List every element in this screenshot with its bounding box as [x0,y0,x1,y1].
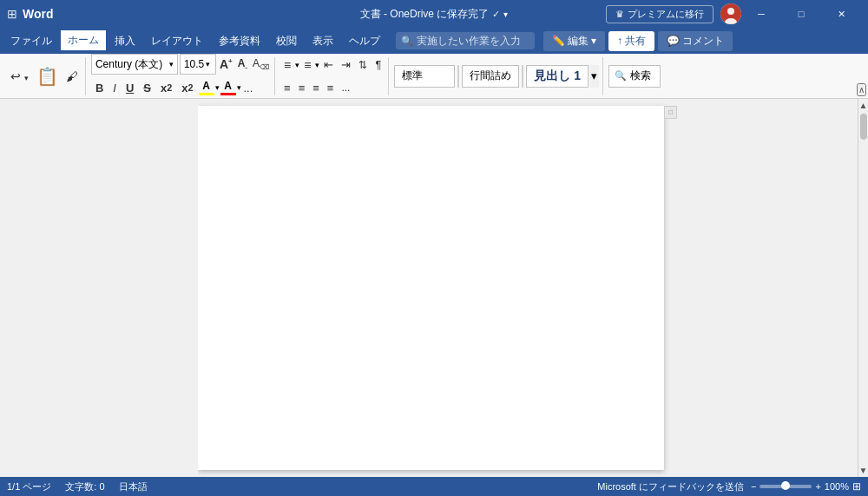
premium-button[interactable]: ♛ プレミアムに移行 [606,5,713,23]
font-size-value: 10.5 [184,58,204,70]
font-shrink-button[interactable]: A- [236,55,249,73]
clipboard-icon: 📋 [36,67,58,86]
font-size-selector[interactable]: 10.5 ▾ [180,54,216,75]
decrease-indent-button[interactable]: ⇤ [320,55,337,75]
status-left: 1/1 ページ 文字数: 0 日本語 [7,480,148,493]
zoom-slider[interactable] [760,485,812,488]
grid-icon: ⊞ [7,7,17,21]
close-button[interactable]: ✕ [821,0,861,28]
zoom-thumb [781,481,790,490]
vertical-scrollbar[interactable]: ▲ ▼ [858,99,868,477]
share-label: 共有 [625,34,646,49]
menu-file[interactable]: ファイル [3,31,59,51]
align-left-button[interactable]: ≡ [280,78,294,98]
tell-me-input[interactable] [396,32,535,49]
font-name-selector[interactable]: Century (本文) ▾ [91,54,178,75]
highlight-chevron[interactable]: ▾ [215,83,220,92]
share-button[interactable]: ↑ 共有 [608,31,654,51]
numbering-chevron[interactable]: ▾ [315,61,319,69]
menu-view[interactable]: 表示 [306,31,340,51]
status-bar: 1/1 ページ 文字数: 0 日本語 Microsoft にフィードバックを送信… [0,477,868,496]
tell-me-icon: 🔍 [401,36,413,47]
font-name-value: Century (本文) [95,57,162,72]
scroll-down-button[interactable]: ▼ [858,464,868,477]
subscript-button[interactable]: x2 [156,77,176,98]
scroll-thumb[interactable] [860,114,867,140]
search-field[interactable]: 🔍 検索 [608,65,661,88]
format-painter-icon: 🖌 [66,69,78,83]
align-center-button[interactable]: ≡ [295,78,309,98]
bullets-chevron[interactable]: ▾ [295,61,299,69]
search-group: 🔍 検索 [605,57,664,95]
page-container: □ [198,99,858,477]
format-painter-button[interactable]: 🖌 [62,66,82,87]
document-title-area: 文書 - OneDrive に保存完了 ✓ ▾ [360,7,509,22]
increase-indent-button[interactable]: ⇥ [338,55,354,75]
underline-button[interactable]: U [122,77,138,98]
share-icon: ↑ [617,35,622,47]
menu-layout[interactable]: レイアウト [144,31,210,51]
svg-point-1 [727,8,734,15]
edit-label: 編集 [568,34,589,49]
show-marks-button[interactable]: ¶ [372,55,385,75]
menu-references[interactable]: 参考資料 [212,31,267,51]
style-normal-selector[interactable]: 標準 [394,65,455,88]
clipboard-button[interactable]: 📋 [33,62,62,90]
bullets-button[interactable]: ≡ [280,55,294,75]
feedback-label[interactable]: Microsoft にフィードバックを送信 [597,480,744,493]
clear-format-button[interactable]: A⌫ [251,55,271,73]
comment-button[interactable]: 💬 コメント [658,31,733,51]
document-area: □ ▲ ▼ [0,99,868,477]
menu-help[interactable]: ヘルプ [342,31,387,51]
premium-label: プレミアムに移行 [628,8,704,21]
highlight-button[interactable]: A [199,80,214,95]
zoom-minus-icon[interactable]: − [751,481,756,492]
more-font-button[interactable]: ... [242,80,255,96]
search-icon-ribbon: 🔍 [615,70,627,82]
user-avatar[interactable] [720,3,741,24]
minimize-button[interactable]: ─ [741,0,781,28]
document-title: 文書 - OneDrive に保存完了 [360,7,490,22]
superscript-button[interactable]: x2 [177,77,197,98]
bold-button[interactable]: B [91,77,108,98]
zoom-fit-icon[interactable]: ⊞ [852,480,861,493]
clipboard-group: ↩ ▾ 📋 🖌 [3,57,86,95]
font-name-chevron: ▾ [169,60,174,69]
menu-insert[interactable]: 挿入 [108,31,142,51]
undo-arrow: ▾ [24,74,29,82]
comment-icon: 💬 [667,35,680,47]
edit-button[interactable]: ✏️ 編集 ▾ [543,31,605,51]
more-para-button[interactable]: ... [338,78,353,97]
scroll-up-button[interactable]: ▲ [858,99,868,112]
ribbon: ↩ ▾ 📋 🖌 Century (本文) ▾ 10.5 ▾ A+ [0,54,868,99]
font-grow-button[interactable]: A+ [218,55,234,73]
ribbon-collapse-button[interactable]: ∧ [857,83,866,96]
justify-button[interactable]: ≡ [324,78,338,98]
undo-button[interactable]: ↩ ▾ [7,66,32,87]
line-spacing-selector[interactable]: 行間詰め [462,65,519,88]
comment-label: コメント [682,34,724,49]
left-margin [0,99,198,477]
zoom-plus-icon[interactable]: + [815,481,820,492]
sort-button[interactable]: ⇅ [355,55,371,75]
numbering-button[interactable]: ≡ [300,55,314,75]
undo-redo-group: ↩ ▾ 📋 [7,62,62,90]
undo-icon: ↩ [10,69,21,83]
avatar-icon [720,3,741,24]
menu-bar: ファイル ホーム 挿入 レイアウト 参考資料 校閲 表示 ヘルプ 🔍 ✏️ 編集… [0,28,868,54]
italic-button[interactable]: I [108,77,121,98]
heading1-selector[interactable]: 見出し 1 [526,65,589,88]
menu-home[interactable]: ホーム [61,30,106,52]
menu-review[interactable]: 校閲 [269,31,304,51]
app-name: Word [23,7,54,21]
restore-button[interactable]: □ [781,0,821,28]
title-chevron[interactable]: ▾ [503,10,508,19]
document-page[interactable] [198,106,664,470]
font-color-chevron[interactable]: ▾ [237,83,241,92]
font-color-button[interactable]: A [220,80,236,95]
styles-dropdown-button[interactable]: ▾ [589,65,599,88]
paragraph-group: ≡ ▾ ≡ ▾ ⇤ ⇥ ⇅ ¶ ≡ ≡ ≡ ≡ ... [277,57,389,95]
align-right-button[interactable]: ≡ [309,78,323,98]
strikethrough-button[interactable]: S [139,77,155,98]
font-size-chevron: ▾ [206,60,210,69]
